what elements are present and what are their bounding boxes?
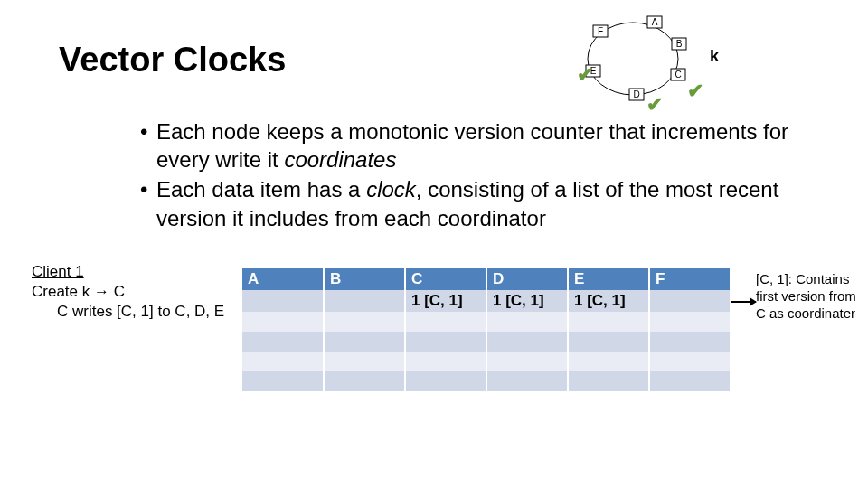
cell (649, 290, 731, 312)
bullet-1-em: coordinates (284, 147, 396, 172)
bullet-2-pre: Each data item has a (156, 177, 366, 202)
page-title: Vector Clocks (59, 41, 286, 80)
slide: Vector Clocks A B C D E F k ✔ ✔ ✔ • Each… (0, 0, 868, 488)
bullet-1-pre: Each node keeps a monotonic version coun… (156, 119, 788, 172)
table-header-row: A B C D E F (242, 268, 731, 290)
checkmark-icon: ✔ (687, 80, 703, 103)
bullet-2-em: clock (366, 177, 416, 202)
col-f: F (649, 268, 731, 290)
cell (405, 312, 486, 332)
node-a: A (652, 17, 658, 27)
checkmark-icon: ✔ (646, 93, 663, 117)
clock-table: A B C D E F 1 [C, 1] 1 [C, 1] 1 [C, 1] (242, 268, 731, 391)
cell (486, 352, 568, 371)
cell (568, 352, 649, 371)
node-f: F (598, 26, 603, 36)
cell (486, 371, 568, 391)
table-row: 1 [C, 1] 1 [C, 1] 1 [C, 1] (242, 290, 731, 312)
op-line-1: Create k → C (32, 282, 235, 302)
cell (324, 352, 405, 371)
cell (242, 290, 324, 312)
arrow-right-icon (731, 301, 756, 303)
cell (405, 332, 486, 352)
annotation-text: [C, 1]: Contains first version from C as… (756, 271, 864, 322)
cell (405, 371, 486, 391)
bullet-1-text: Each node keeps a monotonic version coun… (156, 117, 832, 174)
node-d: D (633, 89, 639, 99)
table-row (242, 352, 731, 371)
bullet-dot-icon: • (140, 117, 156, 174)
ring-diagram: A B C D E F k ✔ ✔ ✔ (561, 9, 705, 108)
col-d: D (486, 268, 568, 290)
cell (324, 312, 405, 332)
cell (324, 332, 405, 352)
arrow-right-icon: → (94, 283, 109, 300)
node-b: B (676, 39, 683, 49)
cell (486, 312, 568, 332)
cell (486, 332, 568, 352)
k-label: k (710, 47, 719, 66)
bullet-1: • Each node keeps a monotonic version co… (140, 117, 832, 174)
col-c: C (405, 268, 486, 290)
cell (649, 332, 731, 352)
table-row (242, 312, 731, 332)
operation-log: Client 1 Create k → C C writes [C, 1] to… (32, 262, 235, 322)
col-b: B (324, 268, 405, 290)
cell: 1 [C, 1] (486, 290, 568, 312)
cell (649, 352, 731, 371)
cell (324, 290, 405, 312)
cell (405, 352, 486, 371)
bullet-2: • Each data item has a clock, consisting… (140, 175, 832, 231)
op1-b: C (109, 283, 125, 300)
ring-svg: A B C D E F (561, 9, 705, 108)
cell: 1 [C, 1] (405, 290, 486, 312)
cell (568, 332, 649, 352)
bullet-dot-icon: • (140, 175, 156, 231)
table-row (242, 332, 731, 352)
node-c: C (675, 70, 681, 80)
table-row (242, 371, 731, 391)
cell (324, 371, 405, 391)
col-a: A (242, 268, 324, 290)
client-label: Client 1 (32, 262, 235, 282)
cell (242, 332, 324, 352)
bullet-list: • Each node keeps a monotonic version co… (140, 117, 832, 234)
cell (649, 312, 731, 332)
cell (242, 312, 324, 332)
checkmark-icon: ✔ (577, 63, 593, 87)
cell (568, 312, 649, 332)
cell (568, 371, 649, 391)
op1-a: Create k (32, 283, 94, 300)
bullet-2-text: Each data item has a clock, consisting o… (156, 175, 832, 231)
cell (242, 352, 324, 371)
cell: 1 [C, 1] (568, 290, 649, 312)
op-line-2: C writes [C, 1] to C, D, E (32, 302, 235, 322)
col-e: E (568, 268, 649, 290)
cell (649, 371, 731, 391)
cell (242, 371, 324, 391)
